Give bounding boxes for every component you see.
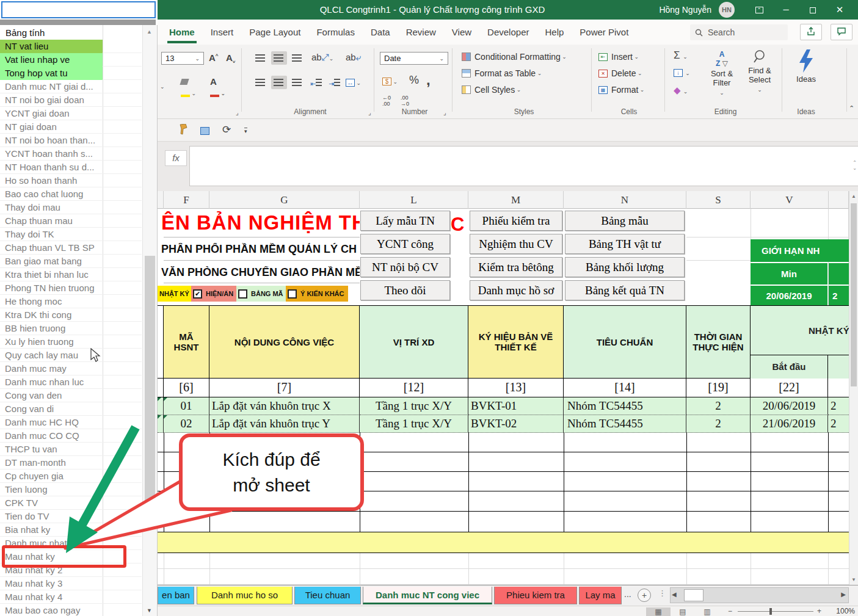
sheet-action-button[interactable]: Lấy mẫu TN [360, 211, 450, 231]
row-sliver-cell[interactable] [158, 397, 164, 415]
empty-grid-row[interactable] [158, 553, 849, 569]
avatar[interactable]: HN [719, 2, 735, 18]
number-format-combo[interactable]: Date⌄ [380, 52, 448, 65]
sheet-tab[interactable]: Danh muc NT cong viec [363, 587, 492, 604]
format-as-table-button[interactable]: Format as Table ⌄ [462, 66, 542, 81]
header-noi-dung[interactable]: NỘI DUNG CÔNG VIỆC [209, 306, 360, 379]
ribbon-tab[interactable]: Help [537, 20, 572, 45]
fill-down-icon[interactable]: ↓ ⌄ [674, 67, 690, 77]
sheet-list-item[interactable]: Cong van di [0, 402, 142, 416]
sheet-list-item[interactable]: Thay doi TK [0, 228, 142, 241]
font-dropdown-icon[interactable]: ⌄ [160, 80, 165, 90]
toggle-option[interactable]: HIỆN/ẨN [191, 286, 236, 302]
orientation-icon[interactable]: ab⤢⌄ [311, 52, 333, 63]
ribbon-tab[interactable]: Power Pivot [572, 20, 636, 45]
index-cell[interactable]: [14] [564, 378, 686, 397]
sheet-list-item[interactable]: Danh muc NT giai d... [0, 80, 142, 93]
sheet-list-item[interactable]: CPK TV [0, 496, 142, 510]
empty-grid-row[interactable] [158, 512, 849, 532]
minimize-button[interactable]: ─ [773, 0, 799, 20]
cell-styles-button[interactable]: Cell Styles ⌄ [462, 82, 521, 97]
cell-vi-tri[interactable]: Tầng 1 trục X/Y [360, 397, 468, 415]
sheet-list-item[interactable]: Bao cao chat luong [0, 187, 142, 201]
normal-view-button[interactable]: ▦ [646, 607, 671, 616]
sheet-list-item[interactable]: Bia nhat ky [0, 523, 142, 537]
row-sliver-cell[interactable] [158, 415, 164, 433]
align-right-icon[interactable] [292, 78, 302, 88]
sheet-action-button[interactable]: YCNT công [360, 234, 450, 254]
scrollbar-thumb[interactable] [684, 589, 703, 601]
sheet-list-item[interactable]: Quy cach lay mau [0, 349, 142, 362]
align-bottom-icon[interactable] [292, 53, 302, 63]
sheet-action-button[interactable]: Kiểm tra bêtông [470, 257, 562, 277]
insert-cells-qat-icon[interactable] [200, 125, 209, 135]
index-cell[interactable]: [12] [360, 378, 468, 397]
sheet-list-item[interactable]: YCNT hoan thanh s... [0, 147, 142, 161]
header-nhat-ky[interactable]: NHẬT KÝ [751, 306, 849, 355]
sheet-list-item[interactable]: Cong van den [0, 389, 142, 402]
header-vi-tri[interactable]: VỊ TRÍ XD [360, 306, 468, 379]
qat-dropdown-icon[interactable]: ▾ [244, 125, 247, 135]
account-name[interactable]: Hồng Nguyễn [659, 0, 711, 20]
header-ky-hieu[interactable]: KÝ HIỆU BẢN VẼ THIẾT KẾ [468, 306, 564, 379]
ribbon-tab[interactable]: Page Layout [241, 20, 308, 45]
toggle-option[interactable]: BẢNG MÃ [236, 286, 286, 302]
header-nhat-ky-partial[interactable] [828, 355, 849, 379]
formula-input[interactable] [189, 146, 858, 186]
sheet-list-item[interactable]: Tong hop vat tu [0, 67, 142, 80]
ribbon-display-options-button[interactable]: ⌃ [746, 0, 773, 20]
align-top-icon[interactable] [255, 53, 265, 63]
zoom-slider[interactable] [738, 611, 813, 612]
comma-style-icon[interactable]: , [426, 71, 431, 89]
accounting-format-icon[interactable]: $ ⌄ [382, 75, 398, 85]
cell-bat-dau[interactable]: 20/06/2019 [751, 397, 828, 415]
decrease-decimal-icon[interactable]: .00 →0 [401, 95, 409, 107]
sheet-action-button[interactable]: Theo dõi [360, 280, 450, 300]
number-dialog-launcher[interactable]: ⌟ [443, 109, 446, 116]
ribbon-tab[interactable]: Developer [479, 20, 537, 45]
scroll-left-icon[interactable]: ◀ [672, 591, 677, 598]
cell-tieu-chuan[interactable]: Nhóm TC54455 [564, 397, 686, 415]
sort-filter-button[interactable]: AZ ▽ Sort & Filter⌄ [706, 49, 738, 96]
ideas-button[interactable]: Ideas [788, 49, 824, 84]
sheet-list-item[interactable]: DT man-month [0, 456, 142, 469]
zoom-slider-thumb[interactable] [769, 608, 772, 615]
format-painter-icon[interactable] [178, 124, 188, 137]
sheet-list-item[interactable]: NT Hoan thanh su d... [0, 161, 142, 174]
ribbon-tab[interactable]: Home [161, 20, 203, 45]
sheet-list-item[interactable]: BB hien truong [0, 322, 142, 335]
sheet-list-item[interactable]: Mau nhat ky 3 [0, 577, 142, 590]
insert-cells-button[interactable]: ⇤ Insert ⌄ [598, 49, 639, 64]
share-button[interactable] [800, 24, 822, 40]
column-header-partial[interactable] [829, 191, 849, 209]
sheet-list-item[interactable]: Mau bao cao ngay [0, 604, 142, 616]
alignment-dialog-launcher[interactable]: ⌟ [368, 109, 371, 116]
checkbox[interactable] [193, 289, 202, 299]
scrollbar-thumb[interactable] [851, 203, 857, 386]
sheet-list-item[interactable]: Vat lieu nhap ve [0, 53, 142, 67]
scroll-up-icon[interactable]: ▲ [147, 29, 152, 35]
cell-ma-hsnt[interactable]: 02 [164, 415, 209, 433]
page-layout-view-button[interactable]: ▤ [671, 607, 695, 616]
column-header-sliver[interactable] [158, 191, 164, 209]
sheet-list-item[interactable]: Danh muc HC HQ [0, 416, 142, 429]
sheet-action-button[interactable]: Nghiệm thu CV [470, 234, 562, 254]
sheet-list-item[interactable]: Danh muc may [0, 362, 142, 375]
sheet-list-item[interactable]: Danh muc nhan luc [0, 375, 142, 389]
index-cell[interactable] [828, 378, 849, 397]
sheet-list-item[interactable]: Cp chuyen gia [0, 469, 142, 483]
header-ma-hsnt[interactable]: MÃ HSNT [164, 306, 209, 379]
sheet-list-item[interactable]: NT noi bo hoan than... [0, 134, 142, 147]
cell-noi-dung[interactable]: Lắp đặt ván khuôn trục Y [209, 415, 360, 433]
font-color-icon[interactable]: A ⌄ [210, 76, 225, 97]
cell-ky-hieu[interactable]: BVKT-02 [468, 415, 564, 433]
index-cell[interactable]: [6] [164, 378, 209, 397]
toggle-option[interactable]: NHẬT KÝ [158, 286, 191, 302]
formula-bar-expand-icon[interactable]: ⌃⌄ [853, 160, 857, 171]
scroll-up-icon[interactable]: ▲ [851, 194, 856, 199]
cell-ma-hsnt[interactable]: 01 [164, 397, 209, 415]
sheet-list-item[interactable]: Danh muc CO CQ [0, 429, 142, 443]
column-header[interactable]: L [360, 191, 468, 209]
sheet-action-button[interactable]: Bảng kết quả TN [565, 280, 685, 300]
merge-center-icon[interactable]: ↔ ⌄ [346, 76, 361, 87]
